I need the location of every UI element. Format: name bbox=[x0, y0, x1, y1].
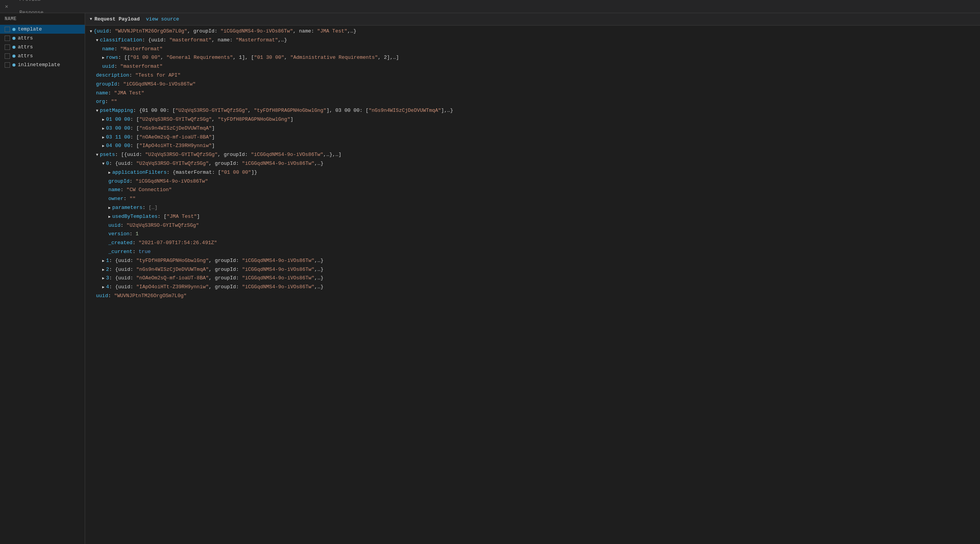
tab-preview[interactable]: Preview bbox=[13, 0, 53, 7]
json-line[interactable]: ▶rows: [["01 00 00", "General Requiremen… bbox=[85, 53, 980, 62]
sidebar-dot-icon bbox=[12, 46, 15, 49]
json-tree: ▼{uuid: "WUVNJPtnTM26OrgOSm7L0g", groupI… bbox=[85, 26, 980, 302]
sidebar-dot-icon bbox=[12, 63, 15, 67]
json-line: uuid: "U2qVqS3RSO-GYITwQfzSGg" bbox=[85, 221, 980, 230]
json-line: name: "Masterformat" bbox=[85, 45, 980, 54]
sidebar-checkbox[interactable] bbox=[5, 62, 10, 68]
json-line[interactable]: ▼0: {uuid: "U2qVqS3RSO-GYITwQfzSGg", gro… bbox=[85, 159, 980, 168]
json-line[interactable]: ▶03 00 00: ["nGs9n4WISzCjDeDVUWTmqA"] bbox=[85, 124, 980, 133]
expand-arrow-icon[interactable]: ▼ bbox=[96, 152, 98, 158]
sidebar-item-attrs3[interactable]: attrs bbox=[0, 51, 85, 60]
sidebar-checkbox[interactable] bbox=[5, 36, 10, 41]
tab-bar: ✕ HeadersPayloadPreviewResponseInitiator… bbox=[0, 0, 980, 13]
json-line[interactable]: ▶3: {uuid: "nOAeOm2sQ-mf-ioaUT-8BA", gro… bbox=[85, 274, 980, 283]
json-line: _created: "2021-07-09T17:54:26.491Z" bbox=[85, 239, 980, 248]
sidebar-item-label: template bbox=[18, 26, 42, 32]
sidebar-dot-icon bbox=[12, 55, 15, 58]
json-line[interactable]: ▶parameters: […] bbox=[85, 204, 980, 212]
expand-arrow-icon[interactable]: ▶ bbox=[102, 267, 105, 273]
sidebar-item-inlinetemplate[interactable]: inlinetemplate bbox=[0, 60, 85, 69]
json-line: name: "CW Connection" bbox=[85, 186, 980, 195]
json-line[interactable]: ▶2: {uuid: "nGs9n4WISzCjDeDVUWTmqA", gro… bbox=[85, 265, 980, 274]
expand-arrow-icon[interactable]: ▶ bbox=[102, 135, 105, 141]
json-line[interactable]: ▶1: {uuid: "tyFDfH8PRAGPNHoGbwlGng", gro… bbox=[85, 257, 980, 265]
json-line: name: "JMA Test" bbox=[85, 89, 980, 98]
sidebar-item-template[interactable]: template bbox=[0, 25, 85, 34]
sidebar-item-attrs1[interactable]: attrs bbox=[0, 34, 85, 43]
json-line: uuid: "WUVNJPtnTM26OrgOSm7L0g" bbox=[85, 292, 980, 301]
expand-arrow-icon[interactable]: ▶ bbox=[102, 258, 105, 264]
json-line: groupId: "iCGGqdNMS4-9o-iVOs86Tw" bbox=[85, 177, 980, 186]
json-line: version: 1 bbox=[85, 230, 980, 239]
json-line[interactable]: ▶03 11 00: ["nOAeOm2sQ-mf-ioaUT-8BA"] bbox=[85, 133, 980, 142]
sidebar-item-attrs2[interactable]: attrs bbox=[0, 43, 85, 51]
main-layout: Name templateattrsattrsattrsinlinetempla… bbox=[0, 13, 980, 544]
expand-arrow-icon[interactable]: ▼ bbox=[96, 38, 98, 44]
json-line[interactable]: ▼{uuid: "WUVNJPtnTM26OrgOSm7L0g", groupI… bbox=[85, 27, 980, 36]
json-line[interactable]: ▼classification: {uuid: "masterformat", … bbox=[85, 36, 980, 45]
expand-arrow-icon[interactable]: ▶ bbox=[108, 205, 111, 211]
json-line[interactable]: ▼psets: [{uuid: "U2qVqS3RSO-GYITwQfzSGg"… bbox=[85, 151, 980, 159]
json-line[interactable]: ▶usedByTemplates: ["JMA Test"] bbox=[85, 212, 980, 221]
payload-title: ▼ Request Payload bbox=[90, 16, 140, 22]
expand-arrow-icon[interactable]: ▼ bbox=[102, 161, 105, 167]
expand-arrow-icon[interactable]: ▶ bbox=[102, 117, 105, 123]
json-line: _current: true bbox=[85, 248, 980, 257]
sidebar-dot-icon bbox=[12, 37, 15, 40]
sidebar-checkbox[interactable] bbox=[5, 44, 10, 50]
expand-arrow-icon[interactable]: ▶ bbox=[102, 284, 105, 291]
sidebar-checkbox[interactable] bbox=[5, 27, 10, 32]
expand-arrow-icon[interactable]: ▼ bbox=[96, 108, 98, 114]
expand-arrow-icon[interactable]: ▶ bbox=[102, 55, 105, 61]
view-source-link[interactable]: view source bbox=[146, 16, 179, 22]
sidebar-items: templateattrsattrsattrsinlinetemplate bbox=[0, 25, 85, 69]
json-line[interactable]: ▶01 00 00: ["U2qVqS3RSO-GYITwQfzSGg", "t… bbox=[85, 115, 980, 124]
expand-arrow-icon[interactable]: ▶ bbox=[102, 275, 105, 282]
close-button[interactable]: ✕ bbox=[0, 0, 13, 13]
sidebar-item-label: attrs bbox=[18, 53, 33, 59]
sidebar-checkbox[interactable] bbox=[5, 53, 10, 59]
json-line: org: "" bbox=[85, 98, 980, 106]
sidebar-header: Name bbox=[0, 13, 85, 25]
sidebar-dot-icon bbox=[12, 28, 15, 31]
sidebar-item-label: attrs bbox=[18, 35, 33, 41]
expand-triangle-icon: ▼ bbox=[90, 17, 92, 21]
json-line: uuid: "masterformat" bbox=[85, 62, 980, 71]
expand-arrow-icon[interactable]: ▼ bbox=[90, 29, 92, 35]
payload-title-text: Request Payload bbox=[94, 16, 140, 22]
expand-arrow-icon[interactable]: ▶ bbox=[102, 143, 105, 149]
json-line[interactable]: ▼psetMapping: {01 00 00: ["U2qVqS3RSO-GY… bbox=[85, 106, 980, 115]
expand-arrow-icon[interactable]: ▶ bbox=[108, 214, 111, 220]
json-line: owner: "" bbox=[85, 195, 980, 204]
sidebar-item-label: inlinetemplate bbox=[18, 62, 60, 68]
json-line: description: "Tests for API" bbox=[85, 71, 980, 80]
expand-arrow-icon[interactable]: ▶ bbox=[108, 170, 111, 176]
payload-header: ▼ Request Payload view source bbox=[85, 13, 980, 26]
json-line: groupId: "iCGGqdNMS4-9o-iVOs86Tw" bbox=[85, 80, 980, 89]
content-area: ▼ Request Payload view source ▼{uuid: "W… bbox=[85, 13, 980, 544]
json-line[interactable]: ▶04 00 00: ["IApO4oiHTt-Z39RH9ynniw"] bbox=[85, 142, 980, 151]
sidebar: Name templateattrsattrsattrsinlinetempla… bbox=[0, 13, 85, 544]
expand-arrow-icon[interactable]: ▶ bbox=[102, 126, 105, 132]
json-line[interactable]: ▶4: {uuid: "IApO4oiHTt-Z39RH9ynniw", gro… bbox=[85, 283, 980, 292]
json-line[interactable]: ▶applicationFilters: {masterFormat: ["01… bbox=[85, 168, 980, 177]
sidebar-item-label: attrs bbox=[18, 44, 33, 50]
